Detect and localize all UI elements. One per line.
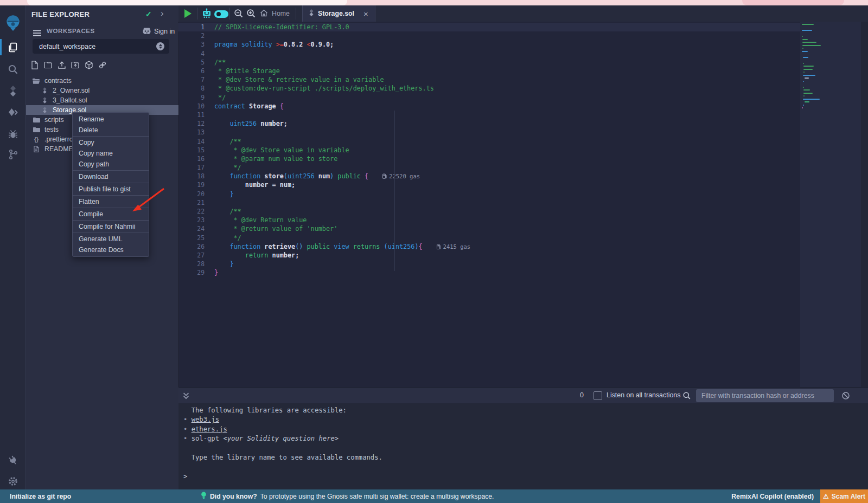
code-text: */ xyxy=(214,164,241,171)
code-line-8[interactable]: 8 * @custom:dev-run-script ./scripts/dep… xyxy=(178,84,800,93)
code-line-21[interactable]: 21 xyxy=(178,198,800,207)
clear-console-icon[interactable] xyxy=(841,391,850,402)
code-line-6[interactable]: 6 * @title Storage xyxy=(178,67,800,75)
file-actions-toolbar xyxy=(30,61,107,69)
tab-storage-sol[interactable]: Storage.sol × xyxy=(302,5,375,22)
workspace-stepper-icon[interactable] xyxy=(156,42,164,50)
copilot-toggle[interactable] xyxy=(214,10,228,18)
terminal-link[interactable]: web3.js xyxy=(192,416,219,423)
new-folder-icon[interactable] xyxy=(44,61,53,69)
scam-alert-badge[interactable]: ⚠ Scam Alert xyxy=(820,489,868,503)
new-file-icon[interactable] xyxy=(30,61,39,69)
code-line-20[interactable]: 20 } xyxy=(178,190,800,198)
code-line-10[interactable]: 10contract Storage { xyxy=(178,102,800,111)
code-line-24[interactable]: 24 * @return value of 'number' xyxy=(178,224,800,233)
code-line-18[interactable]: 18 function store(uint256 num) public {2… xyxy=(178,172,800,180)
code-line-4[interactable]: 4 xyxy=(178,49,800,58)
code-line-25[interactable]: 25 */ xyxy=(178,234,800,242)
file-explorer-icon[interactable] xyxy=(0,38,25,56)
upload-folder-icon[interactable] xyxy=(71,61,80,69)
code-line-5[interactable]: 5/** xyxy=(178,58,800,67)
file-icon xyxy=(33,146,40,152)
link-icon[interactable] xyxy=(98,61,107,69)
listen-all-transactions-label: Listen on all transactions xyxy=(607,391,680,399)
code-line-22[interactable]: 22 /** xyxy=(178,207,800,216)
search-icon[interactable] xyxy=(0,60,25,79)
context-menu-item-generate-docs[interactable]: Generate Docs xyxy=(73,244,149,255)
line-number: 27 xyxy=(178,252,205,259)
code-line-23[interactable]: 23 * @dev Return value xyxy=(178,216,800,224)
context-menu-item-rename[interactable]: Rename xyxy=(73,114,149,125)
context-menu-item-generate-uml[interactable]: Generate UML xyxy=(73,234,149,244)
minimap-line xyxy=(802,36,803,37)
terminal-link[interactable]: ethers.js xyxy=(192,425,227,433)
code-line-15[interactable]: 15 * @dev Store value in variable xyxy=(178,146,800,154)
line-number: 18 xyxy=(178,172,205,180)
code-line-12[interactable]: 12 uint256 number; xyxy=(178,119,800,128)
code-line-2[interactable]: 2 xyxy=(178,31,800,40)
code-line-3[interactable]: 3pragma solidity >=0.8.2 <0.9.0; xyxy=(178,40,800,49)
tab-close-icon[interactable]: × xyxy=(363,9,368,18)
transaction-filter-input[interactable] xyxy=(696,389,834,402)
deploy-and-run-icon[interactable] xyxy=(0,104,25,122)
solidity-compiler-icon[interactable] xyxy=(0,82,25,100)
init-git-repo-button[interactable]: Initialize as git repo xyxy=(10,489,71,503)
code-line-26[interactable]: 26 function retrieve() public view retur… xyxy=(178,242,800,251)
tab-home[interactable]: Home xyxy=(260,5,290,22)
tree-item-label: 2_Owner.sol xyxy=(53,87,90,94)
code-line-14[interactable]: 14 /** xyxy=(178,137,800,145)
code-line-29[interactable]: 29} xyxy=(178,268,800,277)
line-number: 6 xyxy=(178,67,205,75)
code-line-7[interactable]: 7 * @dev Store & retrieve value in a var… xyxy=(178,75,800,84)
terminal-prompt[interactable]: > xyxy=(183,473,187,480)
debugger-icon[interactable] xyxy=(0,125,25,144)
terminal-output[interactable]: > The following libraries are accessible… xyxy=(178,403,868,489)
editor-scrollbar-track[interactable] xyxy=(861,22,868,387)
run-script-button[interactable] xyxy=(184,9,192,18)
context-menu-item-delete[interactable]: Delete xyxy=(73,125,149,136)
cube-icon[interactable] xyxy=(85,61,93,69)
context-menu-item-download[interactable]: Download xyxy=(73,171,149,182)
code-line-1[interactable]: 1// SPDX-License-Identifier: GPL-3.0 xyxy=(178,23,800,31)
context-menu-item-compile-for-nahmii[interactable]: Compile for Nahmii xyxy=(73,221,149,232)
upload-file-icon[interactable] xyxy=(58,61,66,69)
plugin-manager-icon[interactable] xyxy=(0,451,25,469)
code-editor[interactable]: 1// SPDX-License-Identifier: GPL-3.023pr… xyxy=(178,23,800,387)
tree-item-contracts[interactable]: contracts xyxy=(26,76,178,86)
tree-item-3-ballot-sol[interactable]: 3_Ballot.sol xyxy=(26,95,178,105)
workspace-select[interactable]: default_workspace xyxy=(33,39,169,54)
workspaces-menu-icon[interactable] xyxy=(33,29,41,38)
collapse-chevron-icon[interactable]: › xyxy=(161,8,164,19)
collapse-terminal-icon[interactable] xyxy=(182,392,190,402)
settings-gear-icon[interactable] xyxy=(0,472,25,491)
minimap-line xyxy=(803,66,814,67)
code-line-13[interactable]: 13 xyxy=(178,128,800,137)
code-line-9[interactable]: 9 */ xyxy=(178,93,800,102)
folder-icon xyxy=(33,127,40,133)
remix-ai-robot-icon[interactable] xyxy=(201,8,212,21)
tree-item-2-owner-sol[interactable]: 2_Owner.sol xyxy=(26,86,178,95)
remix-logo[interactable] xyxy=(0,13,25,34)
code-line-16[interactable]: 16 * @param num value to store xyxy=(178,154,800,163)
zoom-out-icon[interactable] xyxy=(233,8,244,21)
terminal-search-icon[interactable] xyxy=(682,391,691,402)
zoom-in-icon[interactable] xyxy=(246,8,257,21)
sign-in-button[interactable]: Sign in xyxy=(142,27,175,36)
code-line-17[interactable]: 17 */ xyxy=(178,163,800,172)
code-text: /** xyxy=(214,138,241,145)
git-icon[interactable] xyxy=(0,145,25,164)
line-number: 12 xyxy=(178,120,205,127)
code-line-28[interactable]: 28 } xyxy=(178,260,800,268)
copilot-status[interactable]: RemixAI Copilot (enabled) xyxy=(731,489,814,503)
context-menu-item-copy[interactable]: Copy xyxy=(73,137,149,148)
context-menu-item-copy-name[interactable]: Copy name xyxy=(73,148,149,159)
minimap-line xyxy=(802,48,803,49)
code-text: } xyxy=(214,190,234,198)
code-line-11[interactable]: 11 xyxy=(178,111,800,119)
code-line-19[interactable]: 19 number = num; xyxy=(178,180,800,189)
listen-all-transactions-checkbox[interactable] xyxy=(593,391,602,400)
browser-top-pill xyxy=(742,0,844,5)
code-line-27[interactable]: 27 return number; xyxy=(178,251,800,260)
context-menu-item-copy-path[interactable]: Copy path xyxy=(73,159,149,170)
editor-minimap[interactable] xyxy=(800,22,861,387)
